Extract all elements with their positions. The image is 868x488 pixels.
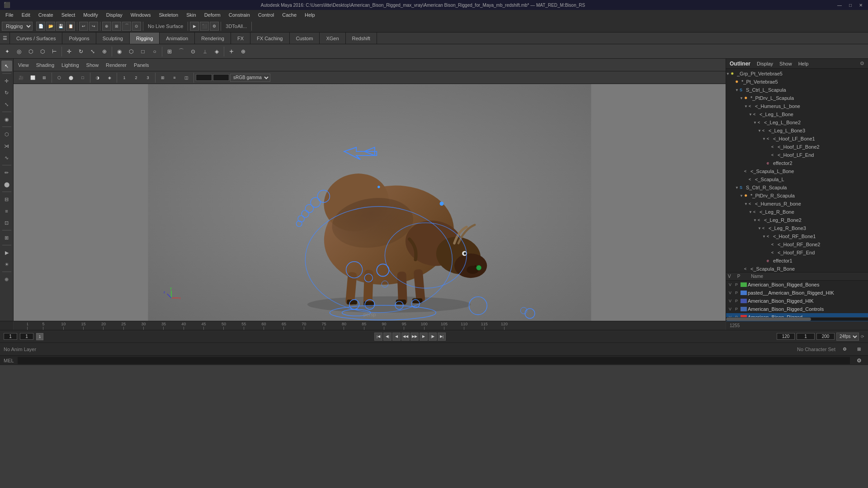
paint-tool[interactable]: ✏ xyxy=(1,167,12,178)
status-icon2[interactable]: ⊞ xyxy=(854,344,864,355)
snap-btn[interactable]: ⊕ xyxy=(102,22,111,31)
snap-curve2-icon[interactable]: ⌒ xyxy=(176,46,187,57)
go-start-btn[interactable]: |◀ xyxy=(374,333,382,341)
vp-frame-icon[interactable]: ⬜ xyxy=(27,72,38,83)
menu-skin[interactable]: Skin xyxy=(183,11,199,19)
vp-cam-icon[interactable]: 🎥 xyxy=(15,72,26,83)
move-tool[interactable]: ✛ xyxy=(1,75,12,86)
tree-item-9[interactable]: <<_Hoof_LF_Bone2 xyxy=(726,143,868,151)
current-frame-input[interactable] xyxy=(4,333,17,340)
tree-item-2[interactable]: ▼SS_Ctrl_L_Scapula xyxy=(726,86,868,94)
outliner-scrollbar-h[interactable] xyxy=(726,317,868,321)
tree-item-6[interactable]: ▼<<_Leg_L_Bone2 xyxy=(726,118,868,127)
tab-sculpting[interactable]: Sculpting xyxy=(96,33,130,44)
play-back-btn[interactable]: ◀◀ xyxy=(401,333,410,341)
vp-res-low[interactable]: 1 xyxy=(119,72,130,83)
vp-hud-icon[interactable]: ≡ xyxy=(169,72,180,83)
vp-res-mid[interactable]: 2 xyxy=(131,72,142,83)
cmd-settings-icon[interactable]: ⚙ xyxy=(854,355,864,366)
tree-item-3[interactable]: ▼✸*_PtDrv_L_Scapula xyxy=(726,94,868,102)
prev-key-btn[interactable]: ◀| xyxy=(383,333,392,341)
tab-fx-caching[interactable]: FX Caching xyxy=(250,33,289,44)
range-end-input[interactable] xyxy=(816,333,835,340)
tree-item-1[interactable]: ✸*_Pt_Vertebrae5 xyxy=(726,78,868,86)
obj-icon[interactable]: □ xyxy=(137,46,148,57)
redo-btn[interactable]: ↪ xyxy=(89,22,98,31)
select-icon[interactable]: ✦ xyxy=(2,46,13,57)
tree-item-7[interactable]: ▼<<_Leg_L_Bone3 xyxy=(726,127,868,135)
ipr-btn[interactable]: ⬛ xyxy=(200,22,209,31)
curve-tool[interactable]: ∿ xyxy=(1,152,12,163)
rotate-tool[interactable]: ↻ xyxy=(1,87,12,98)
vp-renderer-menu[interactable]: Renderer xyxy=(104,61,128,69)
tree-item-13[interactable]: <<_Scapula_L xyxy=(726,175,868,183)
scale-tool[interactable]: ⤡ xyxy=(1,99,12,110)
extra-tool[interactable]: ⊞ xyxy=(1,232,12,243)
snap-normal-icon[interactable]: ⟂ xyxy=(199,46,210,57)
menu-help[interactable]: Help xyxy=(301,11,319,19)
select-tool[interactable]: ↖ xyxy=(1,61,12,71)
move-icon[interactable]: ✛ xyxy=(64,46,75,57)
maximize-btn[interactable]: □ xyxy=(847,3,854,8)
gamma-select[interactable]: sRGB gamma xyxy=(230,74,270,82)
next-key-btn[interactable]: |▶ xyxy=(429,333,437,341)
outliner-display-menu[interactable]: Display xyxy=(754,60,776,67)
vp-shading-menu[interactable]: Shading xyxy=(34,61,56,69)
tab-curves-surfaces[interactable]: Curves / Surfaces xyxy=(10,33,62,44)
layer-tool[interactable]: ⊟ xyxy=(1,194,12,205)
snap-point-btn[interactable]: ⊙ xyxy=(132,22,141,31)
sculpt-tool[interactable]: ⬤ xyxy=(1,179,12,190)
outliner-help-menu[interactable]: Help xyxy=(796,60,811,67)
menu-edit[interactable]: Edit xyxy=(18,11,34,19)
vp-panels-menu[interactable]: Panels xyxy=(132,61,151,69)
play-fwd-btn[interactable]: ▶▶ xyxy=(410,333,419,341)
timeline-ruler[interactable]: 1510152025303540455055606570758085909510… xyxy=(27,321,726,330)
tree-item-0[interactable]: ▼✸_Grp_Pt_Vertebrae5 xyxy=(726,70,868,78)
menu-display[interactable]: Display xyxy=(103,11,126,19)
tree-item-19[interactable]: ▼<<_Leg_R_Bone3 xyxy=(726,224,868,232)
vp-grid-icon[interactable]: ⊞ xyxy=(157,72,168,83)
tab-polygons[interactable]: Polygons xyxy=(62,33,96,44)
snap-curve-btn[interactable]: ⌒ xyxy=(122,22,131,31)
tree-item-22[interactable]: <<_Hoof_RF_End xyxy=(726,249,868,257)
tree-item-24[interactable]: <<_Scapula_R_Bone xyxy=(726,265,868,272)
rotate-icon[interactable]: ↻ xyxy=(75,46,86,57)
menu-file[interactable]: File xyxy=(2,11,17,19)
lasso-icon[interactable]: ◎ xyxy=(14,46,24,57)
soft-select-icon[interactable]: ◉ xyxy=(114,46,125,57)
tree-item-12[interactable]: <<_Scapula_L_Bone xyxy=(726,167,868,175)
frame-end-input[interactable] xyxy=(777,333,795,340)
tree-item-23[interactable]: eeffector1 xyxy=(726,257,868,265)
vp-xray-icon[interactable]: ◈ xyxy=(104,72,115,83)
hierarchy-icon[interactable]: ⊢ xyxy=(49,46,60,57)
tab-menu-btn[interactable]: ☰ xyxy=(0,33,10,44)
menu-create[interactable]: Create xyxy=(35,11,57,19)
tree-item-14[interactable]: ▼SS_Ctrl_R_Scapula xyxy=(726,183,868,192)
tab-fx[interactable]: FX xyxy=(231,33,250,44)
menu-modify[interactable]: Modify xyxy=(80,11,101,19)
range-start-input[interactable] xyxy=(797,333,815,340)
ik-tool[interactable]: ⋊ xyxy=(1,141,12,151)
tree-item-20[interactable]: ▼<<_Hoof_RF_Bone1 xyxy=(726,232,868,240)
menu-deform[interactable]: Deform xyxy=(201,11,224,19)
tree-item-8[interactable]: ▼<<_Hoof_LF_Bone1 xyxy=(726,135,868,143)
vp-shadow-icon[interactable]: ◑ xyxy=(92,72,103,83)
universal-icon[interactable]: ⊕ xyxy=(99,46,110,57)
tree-item-4[interactable]: ▼<<_Humerus_L_bone xyxy=(726,102,868,110)
vp-gate-icon[interactable]: ◫ xyxy=(181,72,192,83)
soft-mod-tool[interactable]: ◉ xyxy=(1,114,12,125)
tree-item-15[interactable]: ▼✸*_PtDrv_R_Scapula xyxy=(726,192,868,200)
tree-item-21[interactable]: <<_Hoof_RF_Bone2 xyxy=(726,240,868,249)
snap-grid-btn[interactable]: ⊞ xyxy=(112,22,121,31)
vp-all-icon[interactable]: ⊞ xyxy=(39,72,50,83)
frame-start-input[interactable] xyxy=(20,333,33,340)
tree-item-10[interactable]: <<_Hoof_LF_End xyxy=(726,151,868,159)
minimize-btn[interactable]: — xyxy=(835,3,844,8)
save-as-btn[interactable]: 📋 xyxy=(66,22,75,31)
undo-btn[interactable]: ↩ xyxy=(79,22,88,31)
outliner-tree[interactable]: ▼✸_Grp_Pt_Vertebrae5✸*_Pt_Vertebrae5▼SS_… xyxy=(726,69,868,272)
attr-tool[interactable]: ≡ xyxy=(1,206,12,216)
close-btn[interactable]: ✕ xyxy=(857,3,864,8)
go-end-btn[interactable]: ▶| xyxy=(438,333,446,341)
tab-xgen[interactable]: XGen xyxy=(320,33,345,44)
